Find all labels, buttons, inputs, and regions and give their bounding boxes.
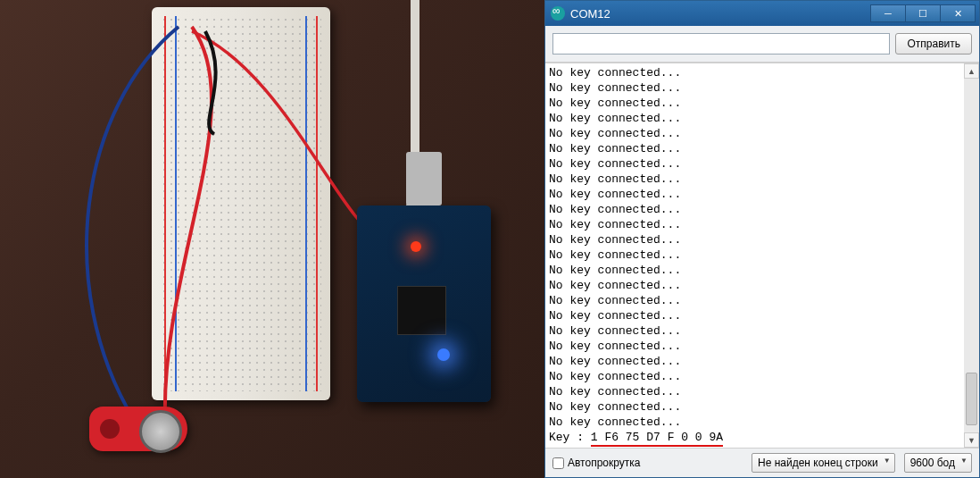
line-ending-label: Не найден конец строки — [758, 457, 878, 469]
scroll-up-button[interactable]: ▲ — [964, 63, 979, 79]
breadboard — [152, 7, 330, 400]
status-bar: Автопрокрутка Не найден конец строки 960… — [545, 449, 979, 477]
baud-label: 9600 бод — [910, 457, 955, 469]
hardware-photo — [0, 0, 544, 478]
output-area: No key connected... No key connected... … — [545, 63, 979, 449]
maximize-button[interactable]: ☐ — [905, 4, 941, 22]
autoscroll-label: Автопрокрутка — [568, 457, 640, 469]
send-button[interactable]: Отправить — [895, 33, 972, 55]
serial-output-text[interactable]: No key connected... No key connected... … — [545, 63, 964, 448]
vertical-scrollbar[interactable]: ▲ ▼ — [964, 63, 979, 448]
scroll-track[interactable] — [964, 79, 979, 432]
arduino-icon — [551, 6, 565, 21]
send-row: Отправить — [545, 26, 979, 63]
scroll-down-button[interactable]: ▼ — [964, 432, 979, 448]
autoscroll-checkbox[interactable] — [552, 457, 564, 469]
arduino-board — [357, 205, 491, 402]
autoscroll-checkbox-wrap[interactable]: Автопрокрутка — [552, 457, 640, 469]
line-ending-select[interactable]: Не найден конец строки — [752, 453, 895, 473]
baud-select[interactable]: 9600 бод — [904, 453, 972, 473]
scroll-thumb[interactable] — [966, 373, 977, 425]
serial-monitor-window: COM12 ─ ☐ ✕ Отправить No key connected..… — [544, 0, 980, 478]
serial-input[interactable] — [552, 33, 890, 55]
minimize-button[interactable]: ─ — [870, 4, 906, 22]
window-title: COM12 — [570, 7, 871, 21]
ibutton-reader — [89, 407, 187, 451]
titlebar[interactable]: COM12 ─ ☐ ✕ — [545, 1, 979, 26]
close-button[interactable]: ✕ — [940, 4, 976, 22]
